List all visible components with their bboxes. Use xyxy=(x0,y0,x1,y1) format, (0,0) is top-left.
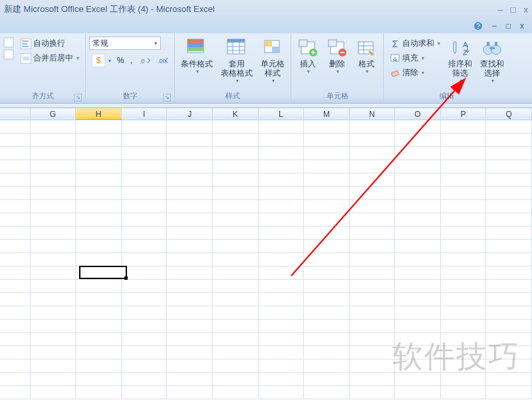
cell[interactable] xyxy=(0,359,31,373)
cell[interactable] xyxy=(76,333,122,346)
cell[interactable] xyxy=(213,346,259,359)
cell[interactable] xyxy=(395,373,441,386)
cell[interactable] xyxy=(486,227,532,240)
cell[interactable] xyxy=(0,293,31,306)
cell[interactable] xyxy=(76,240,122,253)
cell[interactable] xyxy=(122,293,168,306)
cell[interactable] xyxy=(167,200,213,213)
cell[interactable] xyxy=(0,280,31,293)
cell[interactable] xyxy=(122,373,168,386)
cell[interactable] xyxy=(213,253,259,266)
cell[interactable] xyxy=(486,266,532,280)
cell[interactable] xyxy=(304,333,350,346)
cell[interactable] xyxy=(0,134,31,147)
cell[interactable] xyxy=(259,266,305,280)
cell[interactable] xyxy=(304,266,350,280)
cell[interactable] xyxy=(395,266,441,280)
cell[interactable] xyxy=(0,160,31,173)
cell[interactable] xyxy=(350,147,396,160)
cell[interactable] xyxy=(259,173,305,187)
cell[interactable] xyxy=(31,293,76,306)
decrease-decimal-button[interactable]: .00 xyxy=(154,52,171,68)
column-header[interactable]: G xyxy=(31,108,76,120)
cell[interactable] xyxy=(167,306,213,320)
cell[interactable] xyxy=(31,320,76,333)
cell[interactable] xyxy=(441,173,487,187)
cell[interactable] xyxy=(213,227,259,240)
cell[interactable] xyxy=(122,160,168,173)
cell[interactable] xyxy=(350,266,396,280)
cell[interactable] xyxy=(486,134,532,147)
maximize-button[interactable]: □ xyxy=(511,5,516,15)
cell[interactable] xyxy=(441,333,487,346)
cell[interactable] xyxy=(441,253,487,266)
cell[interactable] xyxy=(259,346,305,359)
cell[interactable] xyxy=(167,240,213,253)
cell[interactable] xyxy=(395,160,441,173)
cell[interactable] xyxy=(259,320,305,333)
cell[interactable] xyxy=(441,280,487,293)
format-as-table-button[interactable]: 套用 表格格式▾ xyxy=(218,37,255,84)
cell[interactable] xyxy=(395,187,441,200)
cell[interactable] xyxy=(76,147,122,160)
cell[interactable] xyxy=(304,240,350,253)
cell[interactable] xyxy=(0,240,31,253)
cell[interactable] xyxy=(350,386,396,399)
cell[interactable] xyxy=(213,200,259,213)
column-header[interactable]: M xyxy=(304,108,350,120)
cell[interactable] xyxy=(31,134,76,147)
cell[interactable] xyxy=(441,213,487,227)
cell[interactable] xyxy=(350,280,396,293)
cell[interactable] xyxy=(213,293,259,306)
cell[interactable] xyxy=(122,187,168,200)
cell[interactable] xyxy=(213,160,259,173)
cell[interactable] xyxy=(441,134,487,147)
column-header[interactable]: I xyxy=(122,108,168,120)
cell[interactable] xyxy=(350,253,396,266)
cell[interactable] xyxy=(167,120,213,134)
cell[interactable] xyxy=(0,333,31,346)
cell[interactable] xyxy=(213,187,259,200)
cell[interactable] xyxy=(122,359,168,373)
cell[interactable] xyxy=(441,346,487,359)
cell[interactable] xyxy=(213,147,259,160)
cell[interactable] xyxy=(122,333,168,346)
cell[interactable] xyxy=(350,373,396,386)
cell[interactable] xyxy=(350,227,396,240)
cell[interactable] xyxy=(0,386,31,399)
cell[interactable] xyxy=(0,147,31,160)
cell[interactable] xyxy=(259,187,305,200)
cell[interactable] xyxy=(31,280,76,293)
cell[interactable] xyxy=(31,253,76,266)
cell[interactable] xyxy=(486,147,532,160)
cell[interactable] xyxy=(486,306,532,320)
cell[interactable] xyxy=(0,266,31,280)
cell[interactable] xyxy=(304,173,350,187)
cell[interactable] xyxy=(350,293,396,306)
wrap-text-button[interactable]: 自动换行 xyxy=(18,37,82,50)
cell[interactable] xyxy=(122,386,168,399)
cell[interactable] xyxy=(441,266,487,280)
cell[interactable] xyxy=(167,160,213,173)
cell[interactable] xyxy=(31,386,76,399)
cell[interactable] xyxy=(350,160,396,173)
cell[interactable] xyxy=(395,253,441,266)
dialog-launcher-icon[interactable]: ↘ xyxy=(74,94,82,102)
cell[interactable] xyxy=(350,333,396,346)
cell[interactable] xyxy=(259,213,305,227)
cell[interactable] xyxy=(31,173,76,187)
cell[interactable] xyxy=(122,266,168,280)
cell[interactable] xyxy=(395,280,441,293)
cell[interactable] xyxy=(486,346,532,359)
cell[interactable] xyxy=(304,227,350,240)
cell[interactable] xyxy=(31,346,76,359)
cell[interactable] xyxy=(0,320,31,333)
cell[interactable] xyxy=(167,253,213,266)
cell[interactable] xyxy=(122,200,168,213)
cell[interactable] xyxy=(76,213,122,227)
cell[interactable] xyxy=(486,120,532,134)
cell[interactable] xyxy=(0,346,31,359)
ribbon-close-button[interactable]: x xyxy=(520,21,524,31)
cell[interactable] xyxy=(167,227,213,240)
cell[interactable] xyxy=(350,120,396,134)
